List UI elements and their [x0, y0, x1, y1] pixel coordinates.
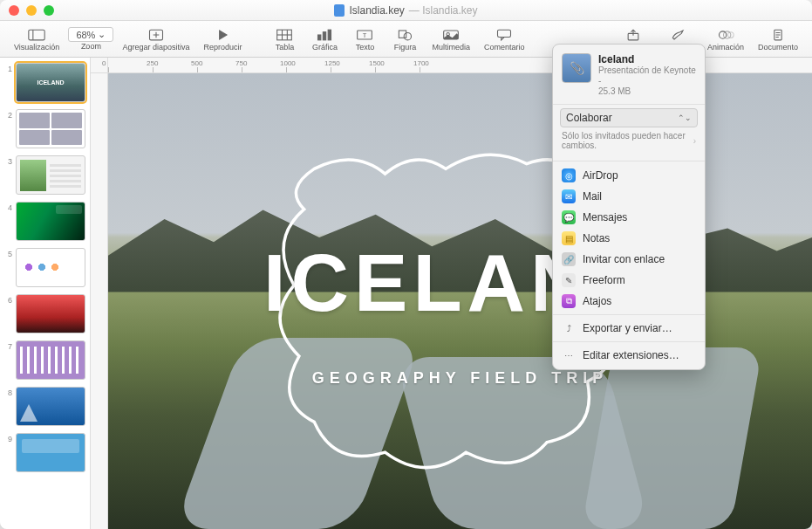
slide-thumb-9[interactable]: [16, 433, 85, 472]
comment-button[interactable]: Comentario: [479, 27, 530, 52]
share-header: Iceland Presentación de Keynote - 25.3 M…: [553, 45, 705, 104]
chart-button[interactable]: Gráfica: [306, 27, 343, 52]
slide-thumb-8[interactable]: [16, 387, 85, 426]
svg-rect-19: [498, 30, 511, 37]
ruler-vertical: [91, 73, 108, 529]
share-doc-meta1: Presentación de Keynote -: [598, 65, 696, 86]
media-button[interactable]: Multimedia: [426, 27, 475, 52]
svg-rect-10: [318, 35, 321, 40]
slide-thumb-4[interactable]: [16, 202, 85, 241]
export-icon: ⤴: [562, 321, 576, 335]
share-notes[interactable]: ▤Notas: [553, 228, 705, 249]
svg-text:T: T: [363, 31, 367, 39]
animation-icon: [716, 27, 735, 43]
collaborate-hint[interactable]: Sólo los invitados pueden hacer cambios.…: [560, 127, 698, 154]
view-button[interactable]: Visualización: [9, 27, 65, 52]
titlebar: Islandia.key — Islandia.key: [0, 0, 812, 21]
share-edit-extensions[interactable]: ⋯Editar extensiones…: [553, 345, 705, 366]
share-options-list: ◎AirDrop ✉Mail 💬Mensajes ▤Notas 🔗Invitar…: [553, 161, 705, 369]
text-icon: T: [355, 27, 374, 43]
play-button[interactable]: Reproducir: [198, 27, 247, 52]
chart-icon: [315, 27, 334, 43]
slide-subtitle: GEOGRAPHY FIELD TRIP: [108, 369, 812, 388]
table-icon: [275, 27, 294, 43]
freeform-icon: ✎: [562, 273, 576, 287]
slide-thumb-2[interactable]: [16, 109, 85, 148]
share-popover: Iceland Presentación de Keynote - 25.3 M…: [552, 44, 706, 370]
shape-icon: [395, 27, 414, 43]
traffic-lights: [9, 5, 54, 16]
add-slide-button[interactable]: Agregar diapositiva: [117, 27, 194, 52]
svg-point-16: [405, 32, 412, 39]
view-icon: [27, 27, 46, 43]
chevron-right-icon: ›: [693, 136, 696, 146]
title-primary: Islandia.key: [349, 4, 404, 17]
minimize-icon[interactable]: [26, 5, 37, 16]
slide-title: ICELAND: [108, 237, 812, 329]
link-icon: 🔗: [562, 252, 576, 266]
document-icon: [334, 4, 345, 17]
plus-icon: [147, 27, 166, 43]
shape-button[interactable]: Figura: [386, 27, 423, 52]
share-freeform[interactable]: ✎Freeform: [553, 270, 705, 291]
slide-thumb-3[interactable]: [16, 155, 85, 195]
share-airdrop[interactable]: ◎AirDrop: [553, 165, 705, 186]
close-icon[interactable]: [9, 5, 19, 16]
text-button[interactable]: T Texto: [346, 27, 383, 52]
share-invite-link[interactable]: 🔗Invitar con enlace: [553, 249, 705, 270]
share-export[interactable]: ⤴Exportar y enviar…: [553, 318, 705, 339]
chevron-up-down-icon: ⌃⌄: [678, 113, 692, 122]
airdrop-icon: ◎: [562, 168, 576, 182]
share-mail[interactable]: ✉Mail: [553, 186, 705, 207]
share-doc-name: Iceland: [598, 53, 696, 65]
maximize-icon[interactable]: [44, 5, 54, 16]
slide-thumb-6[interactable]: [16, 294, 85, 333]
zoom-control[interactable]: 68%⌄ Zoom: [68, 27, 113, 51]
slide-canvas[interactable]: ICELAND GEOGRAPHY FIELD TRIP: [108, 73, 812, 529]
svg-rect-12: [329, 30, 331, 40]
document-button[interactable]: Documento: [753, 27, 803, 52]
svg-rect-0: [29, 30, 44, 40]
share-icon: [624, 27, 643, 43]
comment-icon: [495, 27, 514, 43]
slide-navigator[interactable]: 1 2 3 4 5 6 7 8 9: [0, 58, 91, 529]
svg-marker-5: [220, 31, 227, 39]
svg-point-21: [719, 31, 726, 38]
title-secondary: — Islandia.key: [409, 4, 478, 17]
keynote-window: Islandia.key — Islandia.key Visualizació…: [0, 0, 812, 529]
shortcuts-icon: ⧉: [562, 294, 576, 308]
extensions-icon: ⋯: [562, 348, 576, 362]
slide-thumb-7[interactable]: [16, 340, 85, 380]
document-thumb-icon: [562, 53, 591, 83]
table-button[interactable]: Tabla: [266, 27, 303, 52]
messages-icon: 💬: [562, 210, 576, 224]
svg-rect-11: [324, 31, 326, 39]
slide-thumb-1[interactable]: [16, 63, 85, 102]
media-icon: [441, 27, 461, 43]
notes-icon: ▤: [562, 231, 576, 245]
share-shortcuts[interactable]: ⧉Atajos: [553, 291, 705, 312]
share-doc-meta2: 25.3 MB: [598, 86, 696, 97]
share-messages[interactable]: 💬Mensajes: [553, 207, 705, 228]
animation-button[interactable]: Animación: [702, 27, 749, 52]
slide-thumb-5[interactable]: [16, 248, 85, 287]
mail-icon: ✉: [562, 189, 576, 203]
play-icon: [213, 27, 232, 43]
document-icon: [768, 27, 788, 43]
window-title: Islandia.key — Islandia.key: [0, 4, 812, 17]
chevron-down-icon: ⌄: [98, 29, 106, 40]
collaborate-dropdown[interactable]: Colaborar ⌃⌄: [560, 108, 698, 127]
